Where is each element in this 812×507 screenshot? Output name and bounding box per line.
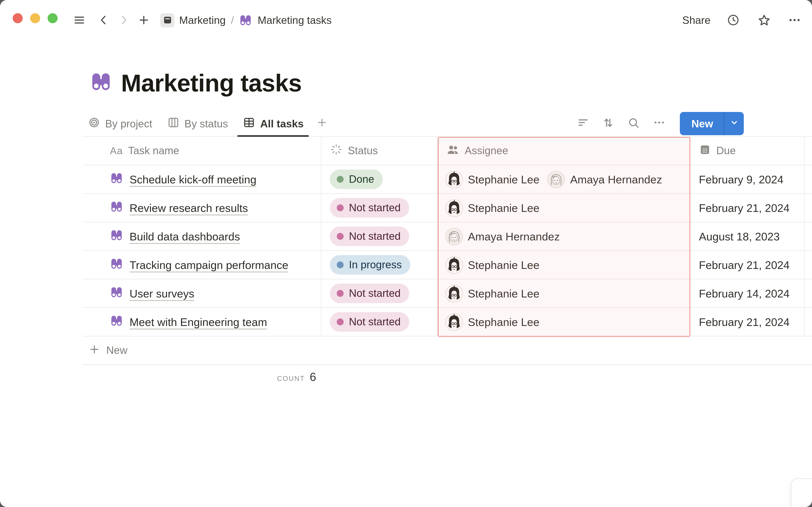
due-date-cell[interactable]: February 14, 2024 [691,279,805,308]
binoculars-icon [110,228,123,244]
plus-icon [138,14,150,26]
task-name-cell[interactable]: Tracking campaign performance [83,251,321,279]
back-button[interactable] [96,12,112,28]
count-value: 6 [310,370,316,384]
due-date-cell[interactable]: February 21, 2024 [691,251,805,279]
table-row: User surveys Not started Stephanie Lee F… [83,279,812,308]
sort-arrows-icon [602,116,615,131]
task-name-cell[interactable]: Build data dashboards [83,222,321,251]
due-date-cell[interactable]: February 21, 2024 [691,194,805,222]
status-pill: In progress [330,255,410,275]
breadcrumb-item-marketing-tasks[interactable]: Marketing tasks [239,13,332,27]
assignee-cell[interactable]: Stephanie Lee [438,194,691,222]
avatar [445,199,463,217]
assignee-name: Amaya Hernandez [570,173,662,186]
avatar [445,227,463,245]
task-title-link[interactable]: Review research results [130,202,248,214]
sidebar-toggle-button[interactable] [71,12,87,28]
new-record-button[interactable]: New [680,112,724,135]
status-cell[interactable]: Done [321,165,438,194]
updates-button[interactable] [725,12,741,28]
chevron-right-icon [117,14,130,26]
search-view-button[interactable] [625,115,643,133]
status-cell[interactable]: Not started [321,279,438,308]
page-more-button[interactable] [786,12,803,28]
marketing-page-icon [160,13,175,27]
filter-icon [577,116,589,131]
new-record-dropdown-button[interactable] [724,112,744,135]
status-pill: Done [330,170,383,189]
status-cell[interactable]: In progress [321,251,438,279]
column-header-task-name[interactable]: Aa Task name [83,137,321,165]
filter-button[interactable] [574,115,592,133]
table-header-row: Aa Task name Status Assignee Due [83,137,812,165]
avatar [548,170,565,188]
avatar [445,313,463,331]
assignee-name: Stephanie Lee [468,173,540,186]
page-title[interactable]: Marketing tasks [121,68,302,98]
task-title-link[interactable]: Schedule kick-off meeting [130,173,256,186]
task-title-link[interactable]: Tracking campaign performance [130,259,289,271]
help-widget-card[interactable] [791,478,812,507]
task-name-cell[interactable]: User surveys [83,279,321,308]
status-cell[interactable]: Not started [321,194,438,222]
binoculars-icon [110,257,123,273]
status-cell[interactable]: Not started [321,222,438,251]
view-tab-by-status[interactable]: By status [162,112,233,135]
status-pill: Not started [330,312,409,332]
task-title-link[interactable]: User surveys [130,287,194,300]
table-trailing-space [805,279,812,308]
status-dot-icon [337,319,344,326]
assignee-cell[interactable]: Amaya Hernandez [438,222,691,251]
share-button[interactable]: Share [682,14,711,26]
active-tab-underline [238,135,309,137]
column-header-due[interactable]: Due [691,137,805,165]
avatar [445,170,463,188]
count-calculation[interactable]: COUNT 6 [83,365,321,390]
view-tab-by-project[interactable]: By project [83,112,158,135]
column-label: Assignee [465,145,508,157]
assignee-cell[interactable]: Stephanie Lee [438,251,691,279]
task-title-link[interactable]: Meet with Engineering team [130,316,267,328]
task-name-cell[interactable]: Review research results [83,194,321,222]
avatar [445,284,463,302]
target-icon [88,116,100,131]
task-name-cell[interactable]: Meet with Engineering team [83,308,321,337]
view-options-button[interactable] [650,115,668,133]
assignee-cell[interactable]: Stephanie LeeAmaya Hernandez [438,165,691,194]
status-cell[interactable]: Not started [321,308,438,337]
table-icon [243,116,255,131]
status-pill: Not started [330,284,409,303]
table-trailing-space [805,308,812,337]
new-page-button[interactable] [136,12,152,28]
due-date-cell[interactable]: February 9, 2024 [691,165,805,194]
due-date-cell[interactable]: August 18, 2023 [691,222,805,251]
view-tab-all-tasks[interactable]: All tasks [238,112,309,135]
people-icon [446,143,459,159]
favorite-button[interactable] [756,12,772,28]
assignee-name: Amaya Hernandez [468,230,560,243]
all-tasks-table: Aa Task name Status Assignee Due [83,137,812,390]
assignee-cell[interactable]: Stephanie Lee [438,308,691,337]
column-header-assignee[interactable]: Assignee [438,137,691,165]
close-window-button[interactable] [13,13,23,23]
breadcrumb-item-marketing[interactable]: Marketing [160,13,226,27]
view-tab-label: By status [185,117,228,130]
minimize-window-button[interactable] [30,13,40,23]
add-row-button[interactable]: New [83,337,812,365]
breadcrumb-separator: / [231,14,234,26]
column-header-status[interactable]: Status [321,137,438,165]
assignee-cell[interactable]: Stephanie Lee [438,279,691,308]
due-date-cell[interactable]: February 21, 2024 [691,308,805,337]
forward-button[interactable] [116,12,132,28]
sort-button[interactable] [600,115,617,133]
table-trailing-space [805,251,812,279]
count-label: COUNT [277,375,305,383]
column-label: Task name [128,145,179,157]
table-trailing-space [805,222,812,251]
add-view-button[interactable] [311,112,333,135]
status-dot-icon [337,233,344,240]
task-title-link[interactable]: Build data dashboards [130,230,240,243]
task-name-cell[interactable]: Schedule kick-off meeting [83,165,321,194]
zoom-window-button[interactable] [48,13,58,23]
